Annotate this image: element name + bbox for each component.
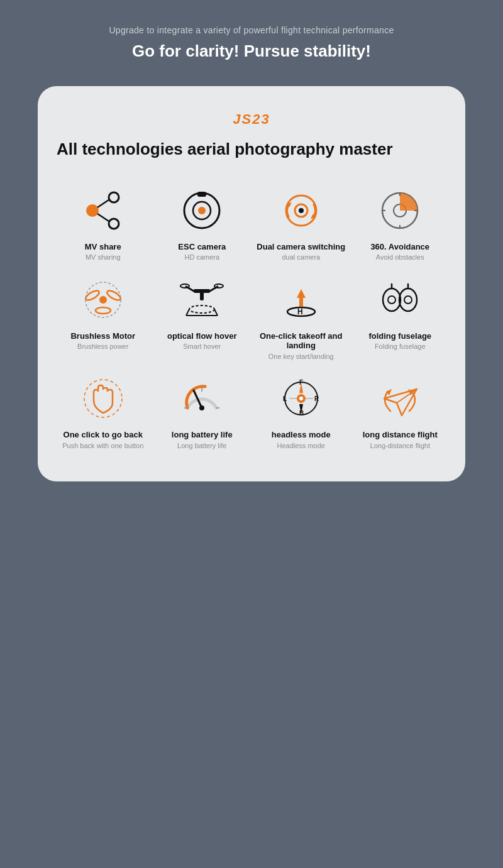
avoidance-icon [375,185,425,236]
svg-text:L: L [283,395,287,402]
long-distance-icon [375,373,425,424]
feature-optical-name: optical flow hover [167,331,237,341]
svg-rect-8 [197,192,206,197]
feature-takeoff-name: One-click takeoff and landing [255,331,348,351]
svg-line-4 [97,214,109,221]
svg-line-3 [97,200,109,207]
feature-avoidance: 360. Avoidance Avoid obstacles [354,185,447,262]
feature-go-back: One click to go back Push back with one … [57,373,150,450]
feature-avoidance-sub: Avoid obstacles [376,253,424,261]
svg-point-22 [106,288,122,302]
feature-longdist-sub: Long-distance flight [370,442,430,450]
feature-dual-name: Dual camera switching [257,242,345,252]
svg-line-32 [186,309,189,316]
optical-flow-icon [177,275,227,325]
battery-icon [177,373,227,424]
feature-avoidance-name: 360. Avoidance [370,242,429,252]
svg-line-33 [214,309,218,316]
card-title: All technologies aerial photography mast… [57,139,446,160]
page-title: Go for clarity! Pursue stability! [132,41,371,61]
brushless-icon [78,275,128,325]
svg-point-58 [299,397,303,400]
feature-brushless: Brushless Motor Brushless power [57,275,150,361]
feature-headless-sub: Headless mode [277,442,325,450]
svg-rect-38 [299,298,303,307]
feature-folding: folding fuselage Folding fuselage [354,275,447,361]
feature-dual-sub: dual camera [282,253,320,261]
feature-mv-share-name: MV share [85,242,121,252]
feature-card: JS23 All technologies aerial photography… [38,86,465,481]
feature-goback-name: One click to go back [64,430,143,440]
feature-mv-share: MV share MV sharing [57,185,150,262]
svg-point-40 [399,288,417,311]
svg-point-23 [96,307,111,314]
feature-battery: long battery life Long battery life [156,373,249,450]
feature-esc-camera: ESC camera HD camera [156,185,249,262]
feature-folding-name: folding fuselage [368,331,431,341]
brand-label: JS23 [233,111,270,128]
svg-point-42 [404,296,412,304]
feature-brushless-name: Brushless Motor [70,331,135,341]
svg-point-20 [99,296,107,304]
dual-camera-icon [276,185,326,236]
svg-point-7 [198,207,206,214]
svg-point-41 [388,296,395,304]
svg-text:H: H [297,307,303,316]
svg-point-0 [109,192,119,202]
feature-esc-name: ESC camera [178,242,226,252]
feature-esc-sub: HD camera [184,253,219,261]
svg-rect-26 [200,289,204,300]
feature-battery-name: long battery life [172,430,233,440]
feature-takeoff-sub: One key start/landing [268,353,334,361]
feature-dual-camera: Dual camera switching dual camera [255,185,348,262]
feature-longdist-name: long distance flight [363,430,438,440]
feature-brushless-sub: Brushless power [77,343,128,351]
svg-point-29 [180,284,189,288]
svg-point-31 [189,305,214,313]
svg-point-11 [299,208,304,213]
feature-optical-sub: Smart hover [183,343,221,351]
folding-icon [375,275,425,325]
svg-point-2 [86,204,99,217]
svg-marker-37 [297,289,306,298]
svg-point-21 [84,288,101,302]
svg-point-44 [84,380,122,417]
features-grid: MV share MV sharing ESC camera HD camera [57,185,446,450]
takeoff-icon: H [276,275,326,325]
mv-share-icon [78,185,128,236]
feature-headless: F B R L headless mode Headless mode [255,373,348,450]
feature-goback-sub: Push back with one button [62,442,143,450]
svg-point-1 [109,219,119,229]
svg-point-46 [199,405,204,410]
feature-optical-flow: optical flow hover Smart hover [156,275,249,361]
feature-takeoff: H One-click takeoff and landing One key … [255,275,348,361]
esc-camera-icon [177,185,227,236]
svg-text:R: R [314,395,319,402]
page-subtitle: Upgrade to integrate a variety of powerf… [109,25,394,35]
feature-long-distance: long distance flight Long-distance fligh… [354,373,447,450]
svg-point-30 [214,284,223,288]
feature-battery-sub: Long battery life [177,442,226,450]
go-back-icon [78,373,128,424]
feature-headless-name: headless mode [272,430,331,440]
svg-point-39 [383,288,401,311]
headless-icon: F B R L [276,373,326,424]
feature-mv-share-sub: MV sharing [86,253,121,261]
feature-folding-sub: Folding fuselage [375,343,426,351]
